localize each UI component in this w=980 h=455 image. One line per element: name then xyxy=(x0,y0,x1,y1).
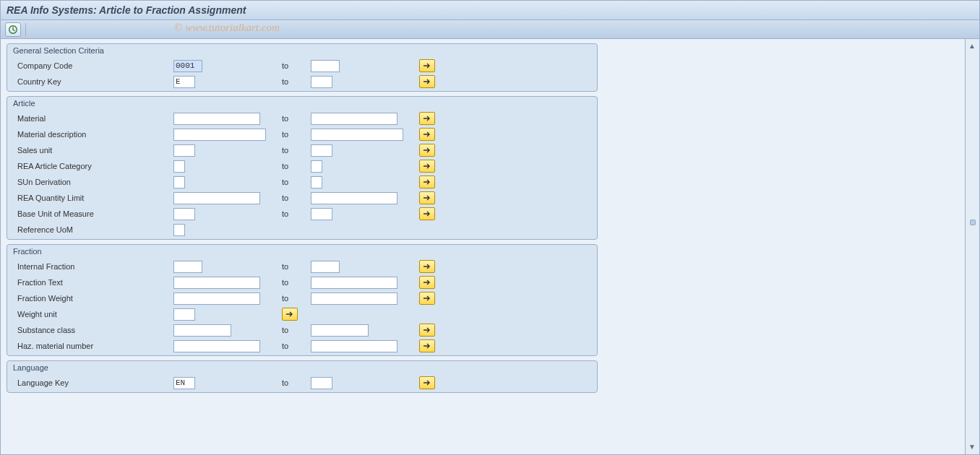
label-rea-qty: REA Quantity Limit xyxy=(7,194,173,202)
watermark-text: © www.tutorialkart.com xyxy=(174,22,280,34)
input-subst-class-to[interactable] xyxy=(311,324,369,337)
input-haz-mat-to[interactable] xyxy=(311,340,397,352)
input-base-uom-to[interactable] xyxy=(311,208,332,220)
toolbar-separator xyxy=(25,23,26,36)
input-company-code-from[interactable] xyxy=(173,60,202,72)
multi-select-button[interactable] xyxy=(419,191,435,204)
to-label: to xyxy=(282,294,311,303)
input-rea-cat-from[interactable] xyxy=(173,160,185,173)
row-internal-fraction: Internal Fraction to xyxy=(7,259,597,274)
input-company-code-to[interactable] xyxy=(311,60,340,72)
row-fraction-text: Fraction Text to xyxy=(7,274,597,290)
input-ref-uom[interactable] xyxy=(173,224,185,236)
row-weight-unit: Weight unit xyxy=(7,306,597,322)
multi-select-button[interactable] xyxy=(419,59,435,72)
multi-select-button[interactable] xyxy=(419,176,435,188)
multi-select-button[interactable] xyxy=(419,324,435,337)
to-label: to xyxy=(282,162,311,170)
to-label: to xyxy=(282,194,311,202)
row-material-desc: Material description to xyxy=(7,126,597,142)
input-frac-weight-from[interactable] xyxy=(173,292,260,305)
group-language: Language Language Key to xyxy=(7,360,598,393)
input-weight-unit[interactable] xyxy=(173,308,195,321)
row-rea-article-category: REA Article Category to xyxy=(7,158,597,174)
input-lang-key-to[interactable] xyxy=(311,377,332,389)
label-frac-weight: Fraction Weight xyxy=(7,294,173,303)
to-label: to xyxy=(282,130,311,139)
to-label: to xyxy=(282,209,311,218)
multi-select-button[interactable] xyxy=(419,75,435,88)
input-sales-unit-from[interactable] xyxy=(173,144,195,157)
label-lang-key: Language Key xyxy=(7,378,173,387)
row-base-uom: Base Unit of Measure to xyxy=(7,206,597,222)
input-country-key-from[interactable] xyxy=(173,76,195,88)
scroll-down-icon[interactable]: ▼ xyxy=(968,443,976,451)
multi-select-button[interactable] xyxy=(419,144,435,157)
label-company-code: Company Code xyxy=(7,61,173,70)
label-haz-mat: Haz. material number xyxy=(7,342,173,350)
group-article: Article Material to Material description… xyxy=(7,96,598,240)
vertical-scrollbar[interactable]: ▲ ▼ xyxy=(966,39,980,455)
input-rea-qty-to[interactable] xyxy=(311,192,397,204)
row-haz-material: Haz. material number to xyxy=(7,338,597,354)
row-rea-qty-limit: REA Quantity Limit to xyxy=(7,190,597,206)
input-subst-class-from[interactable] xyxy=(173,324,231,337)
label-material: Material xyxy=(7,114,173,123)
input-material-desc-to[interactable] xyxy=(311,129,403,141)
input-lang-key-from[interactable] xyxy=(173,377,195,389)
to-label: to xyxy=(282,77,311,86)
multi-select-button[interactable] xyxy=(419,207,435,220)
input-internal-frac-to[interactable] xyxy=(311,261,340,273)
input-internal-frac-from[interactable] xyxy=(173,261,202,273)
input-sales-unit-to[interactable] xyxy=(311,144,332,157)
row-material: Material to xyxy=(7,110,597,126)
input-frac-text-to[interactable] xyxy=(311,277,397,289)
row-fraction-weight: Fraction Weight to xyxy=(7,290,597,306)
input-rea-qty-from[interactable] xyxy=(173,192,260,204)
input-frac-weight-to[interactable] xyxy=(311,292,397,305)
multi-select-button[interactable] xyxy=(419,128,435,141)
group-title: Language xyxy=(7,361,597,373)
input-material-desc-from[interactable] xyxy=(173,129,266,141)
input-country-key-to[interactable] xyxy=(311,76,332,88)
title-bar: REA Info Systems: Article to Fraction As… xyxy=(0,0,980,20)
label-material-desc: Material description xyxy=(7,130,173,139)
row-company-code: Company Code to xyxy=(7,58,597,74)
row-reference-uom: Reference UoM xyxy=(7,222,597,238)
to-label: to xyxy=(282,278,311,287)
app-toolbar: © www.tutorialkart.com xyxy=(0,20,980,39)
input-rea-cat-to[interactable] xyxy=(311,160,322,173)
label-subst-class: Substance class xyxy=(7,326,173,334)
to-label: to xyxy=(282,378,311,387)
group-title: General Selection Criteria xyxy=(7,44,597,56)
input-base-uom-from[interactable] xyxy=(173,208,195,220)
label-base-uom: Base Unit of Measure xyxy=(7,209,173,218)
multi-select-button[interactable] xyxy=(419,112,435,125)
multi-select-button[interactable] xyxy=(419,339,435,352)
multi-select-button[interactable] xyxy=(419,292,435,305)
selection-screen: General Selection Criteria Company Code … xyxy=(0,39,966,455)
input-material-to[interactable] xyxy=(311,113,397,125)
label-sun-deriv: SUn Derivation xyxy=(7,178,173,186)
page-title: REA Info Systems: Article to Fraction As… xyxy=(7,4,246,16)
row-sun-derivation: SUn Derivation to xyxy=(7,174,597,190)
label-weight-unit: Weight unit xyxy=(7,310,173,318)
row-substance-class: Substance class to xyxy=(7,322,597,338)
multi-select-button[interactable] xyxy=(419,160,435,173)
multi-select-button[interactable] xyxy=(419,260,435,273)
input-material-from[interactable] xyxy=(173,113,260,125)
scroll-up-icon[interactable]: ▲ xyxy=(968,42,976,51)
to-label: to xyxy=(282,342,311,350)
multi-select-button[interactable] xyxy=(282,308,298,321)
scroll-nub-icon[interactable] xyxy=(970,220,976,225)
input-frac-text-from[interactable] xyxy=(173,277,260,289)
multi-select-button[interactable] xyxy=(419,376,435,389)
input-sun-deriv-to[interactable] xyxy=(311,176,322,188)
to-label: to xyxy=(282,178,311,186)
multi-select-button[interactable] xyxy=(419,276,435,289)
input-sun-deriv-from[interactable] xyxy=(173,176,185,188)
execute-button[interactable] xyxy=(5,22,21,37)
label-internal-frac: Internal Fraction xyxy=(7,262,173,271)
input-haz-mat-from[interactable] xyxy=(173,340,260,352)
label-frac-text: Fraction Text xyxy=(7,278,173,287)
